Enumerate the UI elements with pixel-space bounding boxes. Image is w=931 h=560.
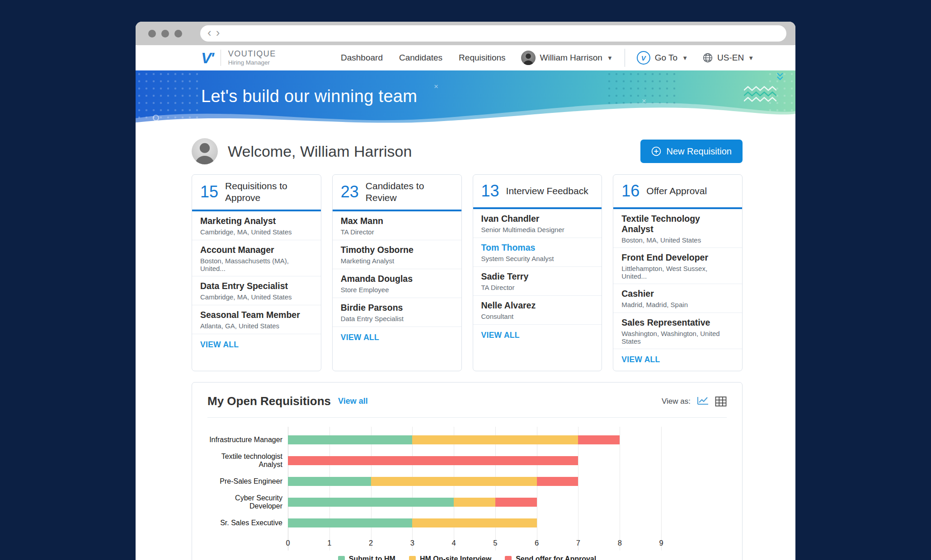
list-item-title: Timothy Osborne <box>341 245 453 255</box>
user-avatar-large <box>192 138 218 164</box>
list-item[interactable]: Data Entry SpecialistCambridge, MA, Unit… <box>192 276 321 305</box>
brand-block: VOUTIQUE Hiring Manager <box>228 50 276 66</box>
bar-row <box>288 471 661 492</box>
list-item[interactable]: Marketing AnalystCambridge, MA, United S… <box>192 211 321 240</box>
double-chevron-down-icon <box>776 72 784 83</box>
view-all-link[interactable]: VIEW ALL <box>192 334 321 356</box>
brand-subtitle: Hiring Manager <box>228 59 276 66</box>
window-controls <box>148 30 182 37</box>
legend-item[interactable]: Submit to HM <box>338 555 395 560</box>
card-label: Interview Feedback <box>506 185 588 197</box>
new-requisition-button[interactable]: New Requisition <box>640 140 743 163</box>
chart-plot: 0123456789 <box>288 429 661 551</box>
bar-row <box>288 450 661 471</box>
card-header: 15Requisitions to Approve <box>192 175 321 211</box>
url-bar[interactable]: ‹ › <box>200 25 786 42</box>
list-item[interactable]: Textile Technology AnalystBoston, MA, Un… <box>613 209 742 248</box>
card-label: Candidates to Review <box>366 180 453 204</box>
card-count: 16 <box>621 182 639 201</box>
legend-label: HM On-site Interview <box>420 555 491 560</box>
panel-divider <box>207 417 727 418</box>
list-item-title: Nelle Alvarez <box>481 300 594 311</box>
list-item-title: Birdie Parsons <box>341 303 453 313</box>
list-item[interactable]: Ivan ChandlerSenior Multimedia Designer <box>473 209 602 238</box>
bar-segment-hm-on-site-interview <box>412 518 536 527</box>
card-count: 23 <box>341 182 359 201</box>
goto-menu[interactable]: V Go To ▼ <box>637 51 688 65</box>
list-item[interactable]: Sales RepresentativeWashington, Washingt… <box>613 313 742 349</box>
forward-icon[interactable]: › <box>216 27 220 38</box>
card-count: 13 <box>481 182 499 201</box>
x-tick-label: 5 <box>493 539 497 547</box>
hero-banner: × × Let's build our winning team <box>136 70 795 126</box>
chart-category-labels: Infrastructure ManagerTextile technologi… <box>207 429 288 551</box>
chart-view-icon[interactable] <box>697 396 709 407</box>
view-all-link[interactable]: VIEW ALL <box>333 327 461 349</box>
card-header: 13Interview Feedback <box>473 175 602 209</box>
list-item[interactable]: Front End DeveloperLittlehampton, West S… <box>613 248 742 284</box>
x-tick-label: 2 <box>369 539 373 547</box>
list-item-title: Account Manager <box>200 245 313 255</box>
nav-item-requisitions[interactable]: Requisitions <box>459 53 506 63</box>
bar-stack <box>288 498 661 507</box>
chart-category-label: Textile technologist Analyst <box>207 450 288 471</box>
bar-segment-hm-on-site-interview <box>412 435 578 444</box>
list-item-subtitle: System Security Analyst <box>481 255 594 262</box>
back-icon[interactable]: ‹ <box>207 27 212 38</box>
x-tick-label: 7 <box>576 539 580 547</box>
user-menu[interactable]: William Harrison ▼ <box>521 51 613 65</box>
bar-segment-send-offer-for-approval <box>288 456 578 465</box>
window-control-icon[interactable] <box>148 30 156 37</box>
legend-item[interactable]: Send offer for Approval <box>505 555 596 560</box>
list-item[interactable]: Sadie TerryTA Director <box>473 267 602 296</box>
list-item-subtitle: Cambridge, MA, United States <box>200 228 313 236</box>
list-item[interactable]: Max MannTA Director <box>333 211 461 240</box>
chart-category-label: Cyber Security Developer <box>207 492 288 513</box>
list-item-subtitle: TA Director <box>481 284 594 291</box>
chevron-down-icon: ▼ <box>748 55 754 61</box>
list-item-subtitle: Marketing Analyst <box>341 257 453 265</box>
page-title: Welcome, William Harrison <box>228 143 412 160</box>
hero-x-decoration: × <box>434 82 438 91</box>
x-tick-label: 6 <box>535 539 539 547</box>
table-view-icon[interactable] <box>715 396 727 407</box>
legend-item[interactable]: HM On-site Interview <box>409 555 491 560</box>
nav-divider <box>625 49 625 67</box>
bar-segment-hm-on-site-interview <box>371 477 537 486</box>
list-item-subtitle: Senior Multimedia Designer <box>481 226 594 233</box>
list-item[interactable]: Account ManagerBoston, Massachusetts (MA… <box>192 240 321 276</box>
view-all-link[interactable]: VIEW ALL <box>473 325 602 346</box>
list-item[interactable]: Nelle AlvarezConsultant <box>473 296 602 325</box>
list-item[interactable]: Timothy OsborneMarketing Analyst <box>333 240 461 269</box>
window-control-icon[interactable] <box>174 30 182 37</box>
nav-item-dashboard[interactable]: Dashboard <box>341 53 383 63</box>
panel-view-all-link[interactable]: View all <box>338 397 368 406</box>
voutique-logo-icon[interactable]: V' <box>201 49 213 67</box>
locale-label: US-EN <box>717 53 744 63</box>
bar-row <box>288 513 661 533</box>
summary-cards: 15Requisitions to ApproveMarketing Analy… <box>192 174 743 371</box>
bar-row <box>288 492 661 513</box>
user-name: William Harrison <box>540 53 602 63</box>
list-item[interactable]: Birdie ParsonsData Entry Specialist <box>333 298 461 327</box>
locale-menu[interactable]: US-EN ▼ <box>702 52 754 63</box>
chart-x-axis: 0123456789 <box>288 533 661 551</box>
window-control-icon[interactable] <box>161 30 169 37</box>
bar-stack <box>288 477 661 486</box>
summary-card-2: 13Interview FeedbackIvan ChandlerSenior … <box>473 174 602 371</box>
list-item[interactable]: Amanda DouglasStore Employee <box>333 269 461 298</box>
list-item[interactable]: Seasonal Team MemberAtlanta, GA, United … <box>192 305 321 334</box>
view-all-link[interactable]: VIEW ALL <box>613 349 742 371</box>
summary-card-0: 15Requisitions to ApproveMarketing Analy… <box>192 174 321 371</box>
list-item-title: Front End Developer <box>621 252 734 263</box>
list-item[interactable]: CashierMadrid, Madrid, Spain <box>613 284 742 313</box>
card-count: 15 <box>200 182 218 201</box>
list-item-title: Sadie Terry <box>481 271 594 282</box>
list-item-subtitle: Cambridge, MA, United States <box>200 293 313 301</box>
list-item-subtitle: Data Entry Specialist <box>341 315 453 322</box>
nav-item-candidates[interactable]: Candidates <box>399 53 442 63</box>
view-as-toggle: View as: <box>662 396 727 407</box>
globe-icon <box>702 52 713 63</box>
list-item-title: Textile Technology Analyst <box>621 214 734 234</box>
list-item[interactable]: Tom ThomasSystem Security Analyst <box>473 238 602 267</box>
